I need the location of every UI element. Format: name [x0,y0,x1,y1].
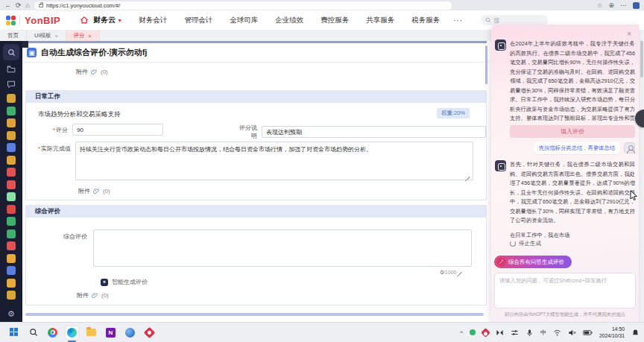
app-icon[interactable] [7,291,16,300]
nav-item-enterprise-performance[interactable]: 企业绩效 [275,16,303,25]
chrome-icon[interactable] [46,326,59,339]
tray-app-icon-green[interactable] [470,329,476,335]
wifi-icon[interactable] [553,329,561,337]
app-icon[interactable] [7,168,16,177]
app-icon[interactable] [7,94,16,103]
nav-item-expense-control[interactable]: 费控服务 [321,16,349,25]
volume-muted-icon[interactable] [568,329,576,337]
tray-bowtie-icon[interactable] [496,329,504,337]
paperclip-icon[interactable] [93,188,100,194]
nav-item-shared-services[interactable]: 共享服务 [366,16,394,25]
attachment-count[interactable]: (0) [101,292,109,299]
folder-icon[interactable] [6,64,16,75]
start-button[interactable] [7,326,20,339]
attachment-count[interactable]: (0) [101,69,108,75]
search-icon [485,17,491,23]
app-icon-blue[interactable] [124,326,136,339]
address-bar[interactable]: https://c1.yonyoucloud.com/#/ [34,1,452,10]
tab-home[interactable]: 首页 [0,31,27,41]
lock-icon [39,4,43,7]
app-icon-red[interactable] [143,326,156,339]
app-icon[interactable] [7,118,16,127]
back-icon[interactable]: ← [4,2,11,9]
collections-icon[interactable]: ⊕ [608,2,614,9]
tray-equalizer-icon[interactable] [511,329,519,337]
ai-generate-button[interactable]: ✶ 智能生成评价 [101,278,148,286]
sidebar-search-button[interactable] [3,44,19,60]
chevron-down-icon[interactable]: ▼ [117,18,122,23]
left-sidebar: ⚙ [0,41,22,322]
workspace-home-icon[interactable] [80,16,89,25]
app-icon[interactable] [7,107,16,115]
vertical-scrollbar[interactable] [485,45,487,84]
tab-score[interactable]: 评分× [66,31,100,41]
ai-message: 首先，针对关键任务，我在债券二级市场交易和回购、逆回购交易方面表现出色。债券交易… [510,160,635,226]
attachment-count[interactable]: (0) [103,188,110,194]
tray-expand-icon[interactable]: ^ [460,329,463,336]
global-search-input[interactable]: 搜 [481,15,548,25]
workspace-selector[interactable]: 财务云 [93,15,116,25]
score-label: *评分 [41,126,68,134]
app-icon[interactable] [7,131,16,140]
nav-item-tax-services[interactable]: 税务服务 [411,16,440,25]
home-icon[interactable]: ⌂ [26,2,30,9]
edge-icon[interactable] [66,326,78,339]
close-icon[interactable]: × [55,34,58,39]
notification-bell-icon[interactable] [631,329,640,337]
app-icon[interactable] [7,254,16,263]
fill-evaluation-button[interactable]: 填入评价 [510,125,635,138]
message-icon[interactable] [6,79,16,89]
settings-gear-icon[interactable]: ⚙ [7,309,15,319]
app-icon[interactable] [7,192,16,201]
browser-profile-icon[interactable] [633,2,640,9]
overall-evaluation-textarea[interactable] [93,229,472,267]
close-icon[interactable]: × [627,30,631,38]
resize-handle-icon[interactable] [457,270,462,276]
yonbip-logo-icon[interactable] [6,16,16,25]
nav-item-global-treasury[interactable]: 全球司库 [230,16,258,25]
resize-handle-icon[interactable] [465,175,470,180]
assistant-question-input[interactable] [494,273,636,308]
paperclip-icon[interactable] [92,292,98,299]
divider [22,62,490,63]
ime-indicator[interactable]: 中 [540,329,546,337]
taskbar-search-icon[interactable] [27,326,40,339]
app-icon[interactable] [7,217,16,226]
app-icon[interactable] [7,229,16,238]
divider [28,41,487,43]
app-icon[interactable] [7,266,16,275]
onenote-icon[interactable]: N [104,326,117,339]
brand-name[interactable]: YonBIP [25,15,60,26]
ai-message: 在日常工作中，我在市场 [510,231,635,241]
microphone-icon[interactable] [525,329,534,337]
close-icon[interactable]: × [89,34,92,39]
app-icon[interactable] [7,156,16,165]
file-explorer-icon[interactable] [85,326,98,339]
app-icon[interactable] [7,241,16,250]
actual-value-textarea[interactable]: 持续关注央行货币政策动态和每日公开市场投放情况，结合每日资金市场行情，加强了对资… [75,142,473,180]
score-input[interactable] [72,124,163,136]
nav-item-management-accounting[interactable]: 管理会计 [184,16,212,25]
horizontal-scrollbar[interactable] [25,313,484,316]
battery-icon[interactable] [583,329,593,337]
browser-scrollbar[interactable] [639,10,644,322]
ai-avatar [495,39,506,51]
nav-more-icon[interactable]: ··· [453,16,463,25]
refresh-icon[interactable]: ⟳ [16,2,22,9]
nav-item-financial-accounting[interactable]: 财务会计 [139,16,167,25]
app-icon[interactable] [7,279,16,288]
app-icon[interactable] [7,205,16,214]
paperclip-icon[interactable] [91,69,98,75]
browser-menu-icon[interactable]: ⋯ [620,2,627,9]
app-icon[interactable] [7,180,16,189]
score-desc-input[interactable] [262,126,486,138]
tray-app-icon-red[interactable] [481,328,490,338]
generate-evaluation-button[interactable]: 综合所有问答生成评价 [494,256,572,268]
stop-generating-button[interactable]: 停止生成 [510,240,541,247]
screen: ← ⟳ ⌂ https://c1.yonyoucloud.com/#/ ☆ ⊕ … [0,0,644,342]
attachment-label: 附件 [77,291,89,300]
tab-ui-template[interactable]: UI模板× [27,31,66,41]
favorite-star-icon[interactable]: ☆ [596,2,602,9]
taskbar-clock[interactable]: 14:50 2024/10/31 [599,326,625,339]
app-icon[interactable] [7,143,16,152]
